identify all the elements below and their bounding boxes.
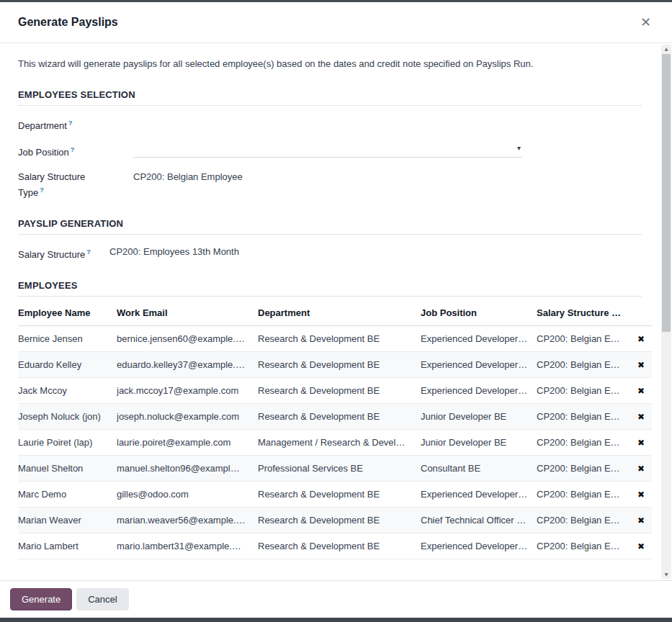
table-cell[interactable]: Junior Developer BE — [421, 430, 537, 456]
close-icon[interactable]: ✕ — [637, 14, 654, 30]
delete-row-icon[interactable]: ✖ — [637, 360, 645, 370]
scroll-up-icon[interactable]: ▲ — [661, 45, 671, 53]
table-cell[interactable]: CP200: Belgian E… — [537, 482, 630, 508]
field-salary-structure-type: Salary Structure Type? CP200: Belgian Em… — [18, 171, 642, 199]
generate-button[interactable]: Generate — [10, 588, 72, 610]
table-cell[interactable]: CP200: Belgian E… — [537, 352, 630, 378]
salary-structure-type-value: CP200: Belgian Employee — [133, 171, 243, 199]
table-cell[interactable]: CP200: Belgian E… — [537, 430, 630, 456]
delete-row-icon[interactable]: ✖ — [637, 334, 645, 344]
table-cell[interactable]: Eduardo Kelley — [18, 352, 117, 378]
vertical-scrollbar[interactable]: ▲ ▼ — [661, 45, 671, 579]
chevron-down-icon[interactable]: ▾ — [517, 144, 521, 152]
help-icon[interactable]: ? — [40, 186, 44, 194]
table-cell[interactable]: CP200: Belgian E… — [537, 508, 630, 533]
table-cell[interactable]: Experienced Developer… — [421, 352, 537, 378]
delete-row-icon[interactable]: ✖ — [637, 490, 645, 500]
table-cell[interactable]: Research & Development BE — [258, 508, 421, 533]
table-cell[interactable]: Experienced Developer… — [421, 482, 537, 508]
help-icon[interactable]: ? — [71, 146, 75, 153]
table-cell[interactable]: Research & Development BE — [258, 378, 421, 404]
table-cell[interactable]: Professional Services BE — [258, 456, 421, 482]
row-actions-cell — [630, 559, 652, 568]
table-cell[interactable]: CP200: Belgian E… — [537, 456, 630, 482]
field-salary-structure: Salary Structure? CP200: Employees 13th … — [18, 245, 642, 261]
row-actions-cell: ✖ — [630, 378, 652, 404]
table-cell[interactable]: marian.weaver56@example.… — [117, 508, 258, 533]
table-cell[interactable]: Management / Research & Devel… — [258, 430, 421, 456]
job-position-label: Job Position? — [18, 143, 133, 159]
table-cell[interactable]: gilles@odoo.com — [117, 482, 258, 508]
table-cell[interactable]: mario.lambert31@example.… — [117, 533, 258, 559]
table-cell[interactable]: Consultant BE — [421, 456, 537, 482]
delete-row-icon[interactable]: ✖ — [637, 541, 645, 551]
salary-structure-type-label: Salary Structure Type? — [18, 171, 133, 199]
table-cell[interactable]: CP200: Belgian E… — [537, 326, 630, 352]
wizard-description: This wizard will generate payslips for a… — [18, 58, 642, 71]
table-cell[interactable]: CP200: Belgian E… — [537, 533, 630, 559]
table-cell[interactable]: Chief Technical Officer … — [421, 508, 537, 533]
table-cell[interactable]: Research & Development BE — [258, 404, 421, 430]
table-cell[interactable]: Experienced Developer… — [421, 533, 537, 559]
table-cell[interactable]: Research & Development BE — [258, 533, 421, 559]
section-heading-payslip-generation: PAYSLIP GENERATION — [18, 218, 642, 235]
dialog-body: This wizard will generate payslips for a… — [0, 43, 672, 580]
table-cell[interactable]: Joseph Noluck (jon) — [18, 404, 117, 430]
department-label: Department? — [18, 117, 133, 132]
delete-row-icon[interactable]: ✖ — [637, 386, 645, 396]
table-cell[interactable]: Marc Demo — [18, 482, 117, 508]
table-cell — [421, 559, 537, 568]
table-cell[interactable]: CP200: Belgian E… — [537, 378, 630, 404]
col-header-salary-structure-type: Salary Structure T… — [537, 299, 630, 326]
table-cell[interactable]: Research & Development BE — [258, 352, 421, 378]
table-cell[interactable]: Experienced Developer… — [421, 378, 537, 404]
table-cell[interactable]: Experienced Developer… — [421, 326, 537, 352]
delete-row-icon[interactable]: ✖ — [637, 438, 645, 448]
table-cell[interactable]: bernice.jensen60@example.… — [117, 326, 258, 352]
delete-row-icon[interactable]: ✖ — [637, 515, 645, 526]
col-header-work-email: Work Email — [117, 299, 258, 326]
table-cell — [258, 559, 421, 568]
salary-structure-value: CP200: Employees 13th Month — [109, 245, 239, 261]
employees-selection-fields: Department? Job Position? ▾ Salary S — [18, 117, 642, 199]
table-cell — [537, 559, 630, 568]
table-row: Laurie Poiret (lap)laurie.poiret@example… — [18, 430, 652, 456]
row-actions-cell: ✖ — [630, 430, 652, 456]
job-position-input[interactable]: ▾ — [133, 143, 522, 158]
dialog-header: Generate Payslips ✕ — [0, 2, 672, 43]
table-cell[interactable]: jack.mccoy17@example.com — [117, 378, 258, 404]
table-cell — [117, 559, 258, 568]
table-cell[interactable]: Marian Weaver — [18, 508, 117, 533]
cancel-button[interactable]: Cancel — [76, 588, 128, 610]
row-actions-cell: ✖ — [630, 456, 652, 482]
table-row: Jack Mccoyjack.mccoy17@example.comResear… — [18, 378, 652, 404]
section-heading-employees: EMPLOYEES — [18, 280, 642, 297]
scrollbar-thumb[interactable] — [662, 54, 671, 332]
table-cell[interactable]: manuel.shelton96@exampl… — [117, 456, 258, 482]
delete-row-icon[interactable]: ✖ — [637, 412, 645, 422]
table-cell[interactable]: joseph.noluck@example.com — [117, 404, 258, 430]
help-icon[interactable]: ? — [86, 248, 91, 256]
table-cell[interactable]: CP200: Belgian E… — [537, 404, 630, 430]
scroll-down-icon[interactable]: ▼ — [661, 570, 671, 579]
col-header-actions — [630, 299, 652, 326]
payslip-generation-fields: Salary Structure? CP200: Employees 13th … — [18, 245, 642, 261]
col-header-department: Department — [258, 299, 421, 326]
table-cell[interactable]: eduardo.kelley37@example.… — [117, 352, 258, 378]
table-row: Mario Lambertmario.lambert31@example.…Re… — [18, 533, 652, 559]
help-icon[interactable]: ? — [68, 120, 73, 127]
table-cell[interactable]: laurie.poiret@example.com — [117, 430, 258, 456]
background-page-strip-bottom — [0, 618, 672, 622]
table-cell[interactable]: Bernice Jensen — [18, 326, 117, 352]
table-cell[interactable]: Jack Mccoy — [18, 378, 117, 404]
table-cell[interactable]: Junior Developer BE — [421, 404, 537, 430]
table-cell[interactable]: Manuel Shelton — [18, 456, 117, 482]
table-cell[interactable]: Mario Lambert — [18, 533, 117, 559]
table-cell[interactable]: Research & Development BE — [258, 326, 421, 352]
table-cell[interactable]: Laurie Poiret (lap) — [18, 430, 117, 456]
field-department: Department? — [18, 117, 642, 132]
table-cell[interactable]: Research & Development BE — [258, 482, 421, 508]
table-row: Bernice Jensenbernice.jensen60@example.…… — [18, 326, 652, 352]
delete-row-icon[interactable]: ✖ — [637, 464, 645, 474]
field-job-position: Job Position? ▾ — [18, 143, 642, 159]
